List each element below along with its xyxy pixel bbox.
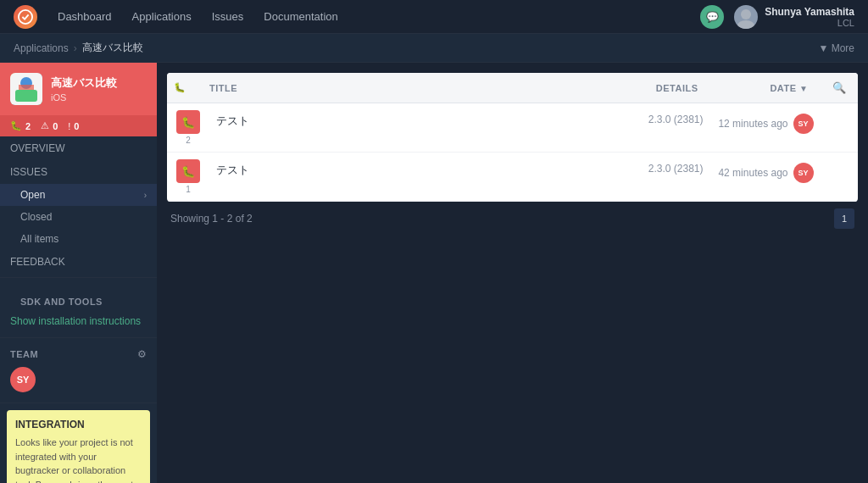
breadcrumb-bar: Applications › 高速バス比較 ▼ More (0, 34, 868, 63)
project-name: 高速バス比較 (51, 75, 147, 91)
row1-date-cell: 12 minutes ago SY (710, 103, 859, 153)
stat-errors[interactable]: ! 0 (68, 120, 79, 131)
issues-table: 🐛 TITLE DETAILS DATE ▼ 🔍 (167, 73, 858, 202)
col-search: 🔍 (821, 73, 859, 103)
breadcrumb-parent[interactable]: Applications (14, 42, 69, 54)
table-header: 🐛 TITLE DETAILS DATE ▼ 🔍 (167, 73, 858, 103)
gear-icon[interactable]: ⚙ (137, 348, 147, 360)
row2-date-cell: 42 minutes ago SY (710, 153, 859, 202)
nav-dashboard[interactable]: Dashboard (58, 0, 112, 33)
row1-title: テスト (209, 103, 609, 139)
row1-bug-icon: 🐛 (176, 110, 200, 134)
breadcrumb-separator: › (74, 42, 77, 54)
pagination-page[interactable]: 1 (834, 208, 854, 229)
topnav-right: 💬 Shunya Yamashita LCL (700, 5, 854, 29)
breadcrumb-current: 高速バス比較 (82, 41, 143, 55)
warning-count: 0 (53, 121, 58, 131)
sdk-section: SDK AND TOOLS Show installation instruct… (0, 281, 157, 334)
showing-text: Showing 1 - 2 of 2 (170, 213, 253, 225)
sidebar-item-feedback[interactable]: FEEDBACK (0, 250, 157, 274)
col-title: TITLE (209, 73, 609, 103)
divider-3 (0, 402, 157, 403)
svg-point-2 (737, 20, 754, 29)
sidebar-item-open[interactable]: Open › (0, 184, 157, 206)
warning-icon: ⚠ (41, 120, 49, 131)
row2-count: 1 (186, 185, 191, 194)
team-member-avatar[interactable]: SY (10, 367, 36, 392)
row1-date: 12 minutes ago SY (710, 103, 821, 144)
bug-col-icon: 🐛 (174, 82, 186, 92)
logo-icon (14, 5, 37, 29)
sidebar-item-closed[interactable]: Closed (0, 206, 157, 228)
content-area: 🐛 TITLE DETAILS DATE ▼ 🔍 (157, 63, 868, 483)
user-name: Shunya Yamashita (765, 6, 854, 18)
integration-title: INTEGRATION (15, 419, 142, 430)
team-title: TEAM (10, 349, 38, 359)
chevron-right-icon: › (144, 191, 147, 200)
main-layout: 高速バス比較 iOS 🐛 2 ⚠ 0 ! 0 OVERVIEW IS (0, 63, 868, 483)
date-sort-icon: ▼ (799, 84, 808, 93)
row1-details-cell: 2.3.0 (2381) (609, 103, 710, 153)
nav-documentation[interactable]: Documentation (264, 0, 337, 33)
nav-applications[interactable]: Applications (132, 0, 192, 33)
more-button[interactable]: ▼ More (818, 42, 854, 54)
project-platform: iOS (51, 92, 147, 103)
stat-warnings[interactable]: ⚠ 0 (41, 120, 58, 131)
svg-point-0 (19, 9, 32, 23)
feedback-section: FEEDBACK (0, 250, 157, 274)
project-title-block: 高速バス比較 iOS (51, 75, 147, 103)
row2-bug-icon: 🐛 (176, 159, 200, 183)
divider-2 (0, 337, 157, 338)
chat-icon[interactable]: 💬 (700, 5, 724, 29)
issues-table-container: 🐛 TITLE DETAILS DATE ▼ 🔍 (167, 73, 858, 202)
row1-icon-cell: 🐛 2 (167, 103, 209, 153)
col-details: DETAILS (609, 73, 710, 103)
user-info: Shunya Yamashita LCL (765, 6, 854, 28)
user-org: LCL (765, 18, 854, 28)
issues-section: ISSUES Open › Closed All items (0, 160, 157, 250)
search-icon[interactable]: 🔍 (832, 81, 847, 94)
error-count: 0 (74, 121, 79, 131)
row1-user-avatar: SY (793, 114, 814, 134)
sidebar-item-overview[interactable]: OVERVIEW (0, 136, 157, 160)
svg-point-1 (741, 9, 751, 19)
project-icon-inner (10, 73, 42, 105)
table-row[interactable]: 🐛 1 テスト 2.3.0 (2381) 42 minutes (167, 153, 858, 202)
nav-issues[interactable]: Issues (212, 0, 244, 33)
team-header: TEAM ⚙ (10, 348, 147, 360)
svg-rect-5 (15, 90, 37, 102)
col-date[interactable]: DATE ▼ (710, 73, 821, 103)
row2-date: 42 minutes ago SY (710, 153, 821, 193)
topnav: Dashboard Applications Issues Documentat… (0, 0, 868, 34)
row2-title-cell: テスト (209, 153, 609, 202)
table-footer: Showing 1 - 2 of 2 1 (167, 202, 858, 236)
row2-details-cell: 2.3.0 (2381) (609, 153, 710, 202)
sdk-title: SDK AND TOOLS (10, 288, 147, 312)
row1-details: 2.3.0 (2381) (609, 103, 710, 136)
integration-text: Looks like your project is not integrate… (15, 436, 142, 483)
project-icon (10, 73, 42, 105)
row1-count: 2 (186, 136, 191, 145)
table-row[interactable]: 🐛 2 テスト 2.3.0 (2381) 12 minutes (167, 103, 858, 153)
logo[interactable] (14, 5, 37, 29)
col-icon: 🐛 (167, 73, 209, 103)
project-header[interactable]: 高速バス比較 iOS (0, 63, 157, 115)
table-body: 🐛 2 テスト 2.3.0 (2381) 12 minutes (167, 103, 858, 202)
bug-icon: 🐛 (10, 120, 22, 131)
row2-details: 2.3.0 (2381) (609, 153, 710, 185)
sdk-link[interactable]: Show installation instructions (10, 315, 147, 327)
sidebar-item-issues[interactable]: ISSUES (0, 160, 157, 184)
error-icon: ! (68, 121, 70, 131)
overview-section: OVERVIEW (0, 136, 157, 160)
project-stats: 🐛 2 ⚠ 0 ! 0 (0, 115, 157, 136)
row2-icon-cell: 🐛 1 (167, 153, 209, 202)
user-menu[interactable]: Shunya Yamashita LCL (734, 5, 854, 29)
sidebar-item-all[interactable]: All items (0, 228, 157, 250)
bug-count: 2 (25, 121, 31, 131)
svg-rect-6 (19, 85, 34, 90)
divider-1 (0, 277, 157, 278)
integration-box: INTEGRATION Looks like your project is n… (7, 410, 150, 483)
stat-bugs[interactable]: 🐛 2 (10, 120, 31, 131)
team-section: TEAM ⚙ SY (0, 341, 157, 399)
avatar (734, 5, 758, 29)
